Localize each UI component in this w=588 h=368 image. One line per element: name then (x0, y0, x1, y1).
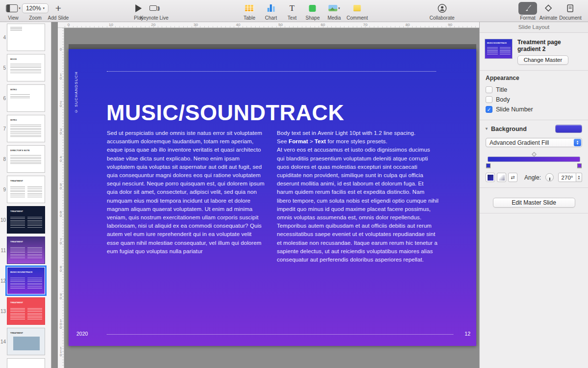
dotted-rule-bottom (107, 334, 453, 335)
view-icon (6, 4, 18, 12)
view-button[interactable]: ▾ View (6, 2, 21, 21)
disclosure-triangle-icon[interactable]: ▼ (485, 127, 489, 131)
document-label: Document (559, 15, 582, 21)
table-button[interactable]: Table (244, 2, 255, 21)
keynote-live-button[interactable]: )) Keynote Live (140, 2, 169, 21)
ruler-number: 70 (363, 23, 368, 27)
slide-thumbnail-4[interactable]: 4 (7, 24, 45, 51)
fill-type-dropdown[interactable]: Advanced Gradient Fill ▲▼ (486, 138, 582, 147)
ruler-horizontal[interactable]: 0102030405060708090 (64, 22, 479, 28)
thumb-image-placeholder (13, 337, 40, 350)
chevron-down-icon: ▾ (43, 6, 45, 10)
shape-button[interactable]: Shape (306, 2, 320, 21)
gradient-color-well-2[interactable] (497, 173, 506, 182)
body-intro-rest: for more styles presets. (326, 138, 387, 144)
angle-value-field[interactable]: 270° (558, 173, 576, 182)
ruler-number: 0 (58, 48, 64, 51)
text-icon: T (290, 3, 294, 13)
title-checkbox[interactable] (486, 86, 492, 93)
thumb-text-lines (10, 308, 25, 320)
slide-thumbnail-14[interactable]: 14 TREATMENT (7, 328, 45, 355)
angle-stepper[interactable]: ▲▼ (576, 173, 582, 182)
media-button[interactable]: ▾ Media (327, 2, 341, 21)
format-inspector: Slide Layout MUSIC/SOUNDTRACK Treatment … (479, 22, 588, 368)
slide-thumbnail-8[interactable]: 8 DIRECTOR'S NOTE (7, 145, 45, 173)
ruler-number: 6 0 (58, 210, 64, 217)
title-checkbox-row[interactable]: Title (486, 85, 582, 95)
slide-editor[interactable]: © SUCHANDSUCH MUSIC/SOUNDTRACK Sed ut pe… (69, 49, 476, 346)
body-intro-text-word: Text (315, 138, 326, 144)
thumb-text-lines (27, 186, 42, 198)
gradient-stop-start[interactable] (486, 163, 490, 168)
canvas-top-strip (69, 44, 476, 49)
thumb-title: DIRECTOR'S NOTE (10, 149, 30, 152)
background-color-well[interactable] (555, 125, 582, 133)
slide-preview: TREATMENT (7, 297, 45, 325)
slide-year: 2020 (76, 331, 88, 337)
ruler-vertical[interactable]: 01 02 03 04 05 06 07 08 09 01 0 01 1 0 (58, 28, 64, 368)
ruler-number: 40 (236, 23, 241, 27)
ruler-corner (58, 22, 64, 28)
body-checkbox-row[interactable]: Body (486, 95, 582, 105)
slide-thumbnail-6[interactable]: 6 INTRO (7, 84, 45, 112)
format-button[interactable]: Format (518, 2, 537, 21)
toolbar: ▾ View 120%▾ Zoom + Add Slide Play )) Ke… (0, 0, 588, 22)
chevron-down-icon: ▾ (19, 6, 21, 10)
chart-button[interactable]: Chart (265, 2, 277, 21)
text-label: Text (288, 15, 296, 21)
edit-master-slide-button[interactable]: Edit Master Slide (493, 198, 575, 208)
slide-number-label: 13 (0, 309, 6, 314)
appearance-section: Appearance Title Body ✓ Slide Number (480, 71, 588, 114)
thumb-title: TREATMENT (10, 301, 23, 304)
slide-thumbnail-10[interactable]: 10 TREATMENT (7, 206, 45, 234)
slide-body-left-column[interactable]: Sed ut perspiciatis unde omnis iste natu… (107, 129, 265, 256)
collaborate-button[interactable]: Collaborate (429, 2, 454, 21)
slide-number-label: 6 (0, 96, 6, 101)
gradient-stop-end[interactable] (577, 163, 582, 168)
slide-preview: INTRO (7, 84, 45, 112)
add-slide-button[interactable]: + Add Slide (48, 2, 69, 21)
thumb-title: MUSIC/SOUNDTRACK (487, 42, 507, 44)
slide-body-right-column[interactable]: Body text set in Avenir Light 10pt with … (277, 129, 439, 264)
view-label: View (8, 15, 19, 21)
slide-thumbnail-9[interactable]: 9 TREATMENT (7, 176, 45, 203)
slide-thumbnail-13[interactable]: 13 TREATMENT (7, 297, 45, 325)
change-master-button[interactable]: Change Master (517, 55, 568, 65)
body-checkbox[interactable] (486, 96, 492, 103)
gradient-color-well-1[interactable] (486, 173, 495, 182)
collaborate-icon (437, 3, 447, 13)
angle-dial[interactable] (545, 173, 554, 182)
thumb-text-lines (10, 27, 22, 31)
shape-icon (309, 5, 316, 12)
zoom-dropdown[interactable]: 120%▾ Zoom (22, 2, 49, 21)
slide-thumbnail-5[interactable]: 5 MOOD (7, 54, 45, 81)
gradient-midpoint-handle[interactable] (532, 152, 537, 157)
keynote-window: ▾ View 120%▾ Zoom + Add Slide Play )) Ke… (0, 0, 588, 368)
comment-icon (353, 5, 361, 11)
body-intro-line1: Body text set in Avenir Light 10pt with … (277, 130, 416, 136)
flip-gradient-button[interactable]: ⇄ (508, 173, 517, 182)
document-button[interactable]: Document (559, 2, 582, 21)
slide-number-label: 10 (0, 217, 6, 223)
thumb-text-lines (10, 247, 25, 259)
comment-button[interactable]: Comment (346, 2, 368, 21)
slide-preview (7, 24, 45, 51)
slide-title[interactable]: MUSIC/SOUNDTRACK (106, 100, 344, 126)
chart-icon (267, 4, 274, 12)
animate-button[interactable]: Animate (539, 2, 558, 21)
slide-thumbnail-15[interactable]: 15 (7, 358, 45, 368)
text-button[interactable]: T Text (288, 2, 296, 21)
ruler-number: 7 0 (58, 238, 64, 245)
slide-number-checkbox[interactable]: ✓ (486, 106, 492, 113)
ruler-number: 0 (68, 23, 70, 27)
ruler-number: 1 0 0 (58, 319, 64, 329)
gradient-bar[interactable] (488, 157, 580, 162)
slide-thumbnail-7[interactable]: 7 INTRO (7, 115, 45, 142)
slide-preview: TREATMENT (7, 328, 45, 355)
thumb-title: INTRO (10, 119, 17, 121)
slide-thumbnail-12[interactable]: 12 MUSIC/SOUNDTRACK (7, 267, 45, 294)
slide-number-checkbox-row[interactable]: ✓ Slide Number (486, 105, 582, 114)
master-slide-thumbnail[interactable]: MUSIC/SOUNDTRACK (485, 39, 513, 59)
comment-label: Comment (346, 15, 368, 21)
slide-thumbnail-11[interactable]: 11 TREATMENT (7, 237, 45, 264)
